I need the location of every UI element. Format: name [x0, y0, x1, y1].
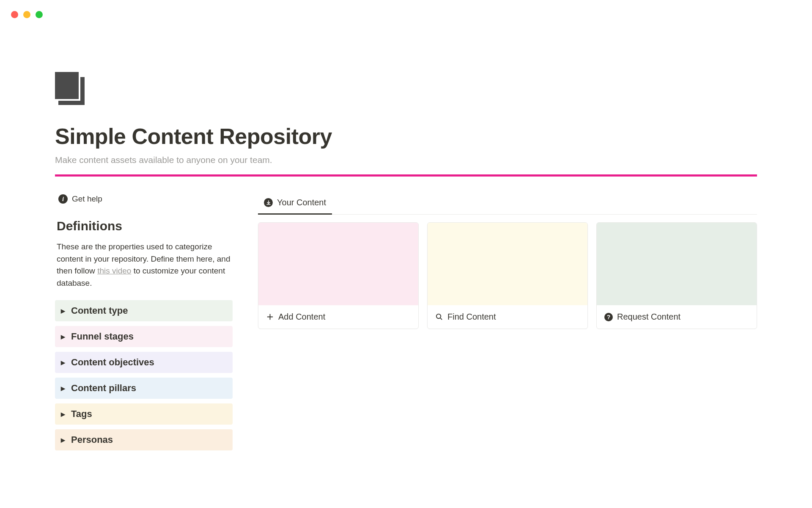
definition-label: Personas	[71, 434, 113, 445]
definition-label: Content objectives	[71, 357, 154, 368]
minimize-window-button[interactable]	[23, 11, 30, 18]
chevron-right-icon: ▶	[61, 359, 65, 366]
definitions-heading: Definitions	[55, 219, 233, 233]
this-video-link[interactable]: this video	[97, 266, 131, 275]
definition-label: Tags	[71, 409, 92, 420]
definition-label: Content type	[71, 305, 128, 316]
definition-toggle-content-pillars[interactable]: ▶ Content pillars	[55, 378, 233, 399]
definition-label: Content pillars	[71, 383, 136, 394]
question-icon: ?	[604, 313, 613, 321]
definition-toggle-personas[interactable]: ▶ Personas	[55, 429, 233, 450]
maximize-window-button[interactable]	[36, 11, 43, 18]
chevron-right-icon: ▶	[61, 308, 65, 314]
page-icon[interactable]	[55, 72, 757, 107]
tab-bar: Your Content	[258, 194, 757, 215]
svg-rect-1	[58, 101, 82, 105]
chevron-right-icon: ▶	[61, 437, 65, 443]
search-icon	[435, 313, 443, 321]
chevron-right-icon: ▶	[61, 411, 65, 417]
close-window-button[interactable]	[11, 11, 18, 18]
chevron-right-icon: ▶	[61, 334, 65, 340]
definition-toggle-funnel-stages[interactable]: ▶ Funnel stages	[55, 326, 233, 347]
definition-label: Funnel stages	[71, 331, 134, 342]
download-icon	[264, 198, 273, 207]
card-label: Request Content	[617, 312, 680, 322]
divider	[55, 174, 757, 177]
window-traffic-lights	[11, 11, 43, 18]
card-cover	[428, 223, 587, 305]
svg-rect-2	[80, 77, 85, 105]
card-cover	[258, 223, 418, 305]
card-label: Add Content	[278, 312, 325, 322]
definition-toggle-content-objectives[interactable]: ▶ Content objectives	[55, 352, 233, 373]
chevron-right-icon: ▶	[61, 385, 65, 392]
card-label: Find Content	[447, 312, 496, 322]
definition-toggle-tags[interactable]: ▶ Tags	[55, 403, 233, 425]
card-cover	[597, 223, 757, 305]
card-request-content[interactable]: ? Request Content	[596, 222, 757, 329]
get-help-link[interactable]: i Get help	[55, 194, 233, 204]
card-find-content[interactable]: Find Content	[427, 222, 588, 329]
page-subtitle: Make content assets available to anyone …	[55, 155, 757, 165]
svg-rect-0	[55, 72, 79, 99]
definitions-description: These are the properties used to categor…	[55, 241, 233, 289]
card-add-content[interactable]: Add Content	[258, 222, 419, 329]
definition-toggle-content-type[interactable]: ▶ Content type	[55, 300, 233, 321]
tab-label: Your Content	[277, 198, 326, 207]
page-title: Simple Content Repository	[55, 124, 757, 149]
plus-icon	[266, 313, 274, 321]
info-icon: i	[58, 194, 68, 204]
get-help-label: Get help	[72, 194, 102, 204]
tab-your-content[interactable]: Your Content	[258, 194, 332, 215]
svg-point-3	[436, 314, 441, 318]
